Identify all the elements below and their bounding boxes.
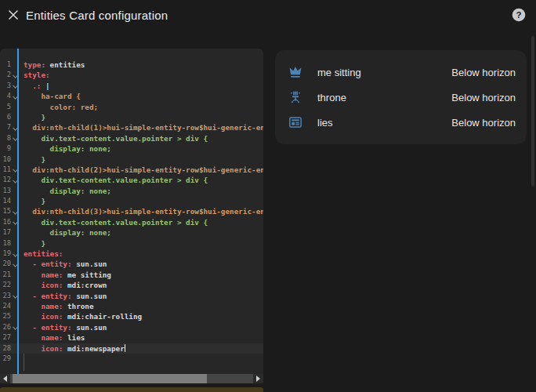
code-line[interactable]: 11 div:nth-child(2)>hui-simple-entity-ro… <box>0 165 263 175</box>
code-line[interactable]: 29 <box>0 354 263 364</box>
code-line[interactable]: 25 icon: mdi:chair-rolling <box>0 311 263 321</box>
code-line[interactable]: 2style: <box>0 70 263 80</box>
code-text: } <box>18 196 45 206</box>
line-number: 25 <box>0 311 11 321</box>
code-line[interactable]: 23 - entity: sun.sun <box>0 291 263 301</box>
line-number: 2 <box>0 70 11 80</box>
line-number: 16 <box>0 217 11 227</box>
code-line[interactable]: 5 color: red; <box>0 102 263 112</box>
line-number: 15 <box>0 206 11 216</box>
code-line[interactable]: 13 display: none; <box>0 186 263 196</box>
chair-rolling-icon <box>286 88 305 107</box>
code-line[interactable]: 28 icon: mdi:newspaper <box>0 343 263 354</box>
code-line[interactable]: 3 .: | <box>0 81 263 91</box>
close-icon <box>7 9 20 21</box>
code-line[interactable]: 26 - entity: sun.sun <box>0 322 263 332</box>
code-line[interactable]: 4 ha-card { <box>0 91 263 101</box>
code-text: .: | <box>18 81 50 91</box>
line-number: 29 <box>0 354 11 364</box>
dialog-scrollbar-thumb[interactable] <box>531 36 534 187</box>
entity-name: throne <box>317 92 346 103</box>
line-number: 4 <box>0 91 11 101</box>
entity-state[interactable]: Below horizon <box>451 117 516 129</box>
indent-guide <box>24 354 24 371</box>
scrollbar-track[interactable] <box>10 374 253 383</box>
code-line[interactable]: 8 div.text-content.value.pointer > div { <box>0 133 263 143</box>
code-line[interactable]: 19entities: <box>0 249 263 259</box>
code-line[interactable]: 27 name: lies <box>0 332 263 343</box>
line-number: 3 <box>0 81 11 91</box>
line-number: 20 <box>0 259 11 269</box>
code-text: } <box>18 154 45 165</box>
code-line[interactable]: 20 - entity: sun.sun <box>0 259 263 269</box>
code-text: icon: mdi:chair-rolling <box>18 311 142 321</box>
line-number: 24 <box>0 301 11 311</box>
code-line[interactable]: 12 div.text-content.value.pointer > div … <box>0 175 263 185</box>
help-icon: ? <box>512 8 526 22</box>
code-text: - entity: sun.sun <box>18 259 107 269</box>
code-text: } <box>18 238 45 249</box>
code-text: color: red; <box>18 102 98 112</box>
dialog-header: Entities Card configuration ? <box>0 0 536 30</box>
code-line[interactable]: 15 div:nth-child(3)>hui-simple-entity-ro… <box>0 206 263 216</box>
line-number: 9 <box>0 143 11 154</box>
code-line[interactable]: 18 } <box>0 238 263 249</box>
yaml-code-editor[interactable]: 1type: entities2style:3 .: |4 ha-card {5… <box>0 49 263 383</box>
code-text: display: none; <box>18 143 111 154</box>
svg-text:?: ? <box>516 10 521 20</box>
code-text: name: throne <box>18 301 94 311</box>
code-text: - entity: sun.sun <box>18 322 107 332</box>
entities-card-preview: me sitting Below horizon throne <box>275 50 527 144</box>
code-text: icon: mdi:newspaper <box>18 343 125 354</box>
line-number: 23 <box>0 291 11 301</box>
scrollbar-thumb[interactable] <box>13 374 207 383</box>
horizontal-scrollbar[interactable] <box>0 374 263 383</box>
code-text: div:nth-child(1)>hui-simple-entity-row$h… <box>18 122 263 132</box>
code-text: div:nth-child(2)>hui-simple-entity-row$h… <box>18 165 263 175</box>
line-number: 13 <box>0 186 11 196</box>
entity-state[interactable]: Below horizon <box>451 92 516 103</box>
dialog-title: Entities Card configuration <box>26 0 168 30</box>
entity-row[interactable]: throne Below horizon <box>286 85 516 110</box>
code-line[interactable]: 16 div.text-content.value.pointer > div … <box>0 217 263 227</box>
code-text: display: none; <box>18 186 111 196</box>
code-text: div:nth-child(3)>hui-simple-entity-row$h… <box>18 206 263 216</box>
left-arrow-icon <box>3 376 7 382</box>
code-line[interactable]: 9 display: none; <box>0 143 263 154</box>
entity-row[interactable]: lies Below horizon <box>286 110 516 135</box>
code-text: name: lies <box>18 332 85 343</box>
code-line[interactable]: 7 div:nth-child(1)>hui-simple-entity-row… <box>0 122 263 132</box>
line-number: 5 <box>0 102 11 112</box>
code-line[interactable]: 1type: entities <box>0 60 263 70</box>
code-text: div.text-content.value.pointer > div { <box>18 133 208 143</box>
code-line[interactable]: 6 } <box>0 112 263 122</box>
code-text: style: <box>18 70 50 80</box>
code-text: ha-card { <box>18 91 81 101</box>
help-button[interactable]: ? <box>512 8 526 22</box>
code-text: icon: mdi:crown <box>18 280 107 290</box>
code-line[interactable]: 14 } <box>0 196 263 206</box>
scroll-right-button[interactable] <box>253 374 263 383</box>
code-line[interactable]: 21 name: me sitting <box>0 270 263 280</box>
text-cursor <box>125 344 125 352</box>
code-line[interactable]: 17 display: none; <box>0 227 263 238</box>
code-line[interactable]: 10 } <box>0 154 263 165</box>
code-text: div.text-content.value.pointer > div { <box>18 175 208 185</box>
entities-card-config-dialog: Entities Card configuration ? 1type: ent… <box>0 0 536 392</box>
code-text: } <box>18 112 45 122</box>
line-number: 17 <box>0 227 11 238</box>
code-text: - entity: sun.sun <box>18 291 107 301</box>
close-button[interactable] <box>6 8 20 22</box>
entity-row[interactable]: me sitting Below horizon <box>286 60 516 85</box>
code-line[interactable]: 22 icon: mdi:crown <box>0 280 263 290</box>
entity-name: me sitting <box>317 67 361 78</box>
code-line[interactable]: 24 name: throne <box>0 301 263 311</box>
line-number: 21 <box>0 270 11 280</box>
line-number: 6 <box>0 112 11 122</box>
line-number: 8 <box>0 133 11 143</box>
code-text: name: me sitting <box>18 270 111 280</box>
line-number: 19 <box>0 249 11 259</box>
entity-state[interactable]: Below horizon <box>451 67 516 78</box>
line-number: 11 <box>0 165 11 175</box>
scroll-left-button[interactable] <box>0 374 10 383</box>
